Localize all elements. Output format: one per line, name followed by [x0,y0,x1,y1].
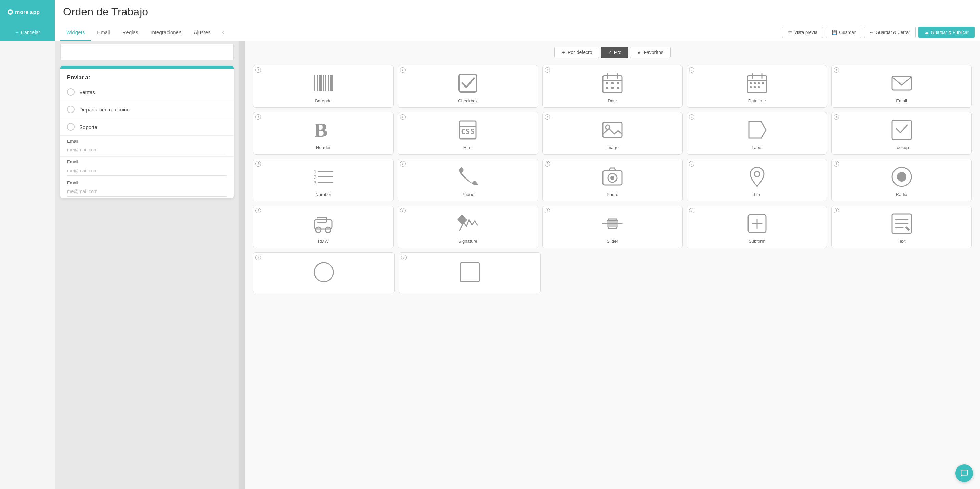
widget-signature[interactable]: i Signature [398,205,538,248]
svg-rect-32 [762,83,764,84]
widget-rdw[interactable]: i RDW [253,205,394,248]
image-label: Image [606,145,619,150]
widget-photo[interactable]: i Photo [542,159,683,201]
slider-label: Slider [606,239,618,244]
email-icon [889,71,914,96]
collapse-nav-button[interactable]: ‹ [220,28,227,37]
image-icon [600,118,625,142]
svg-point-1 [9,11,12,13]
widget-pin[interactable]: i Pin [687,159,827,201]
tab-por-defecto[interactable]: ⊞ Por defecto [554,46,600,58]
radio-icon [889,164,914,189]
info-icon-extra2: i [401,255,407,260]
widget-extra-2[interactable]: i [399,252,540,293]
form-field-group: Enviar a: Ventas Departamento técnico So… [60,69,234,198]
barcode-icon [311,71,336,96]
widget-image[interactable]: i Image [542,112,683,155]
widget-barcode[interactable]: i Barcode [253,65,394,108]
svg-text:3: 3 [313,180,316,185]
widget-text[interactable]: i Text [831,205,972,248]
widget-datetime[interactable]: i Datetime [687,65,827,108]
checkbox-label: Checkbox [458,98,478,103]
pin-label: Pin [754,192,760,197]
info-icon-checkbox: i [400,67,406,73]
svg-rect-13 [331,75,333,91]
widget-number[interactable]: i 1 2 3 Number [253,159,394,201]
svg-rect-43 [892,120,911,140]
widget-subform[interactable]: i Subform [687,205,827,248]
radio-label: Radio [896,192,907,197]
cancel-button[interactable]: ← Cancelar [0,24,55,41]
widget-email[interactable]: i Email [831,65,972,108]
divider [239,41,245,489]
html-label: Html [463,145,473,150]
tab-email[interactable]: Email [91,24,116,41]
pin-icon [745,164,769,189]
widget-html[interactable]: i CSS Html [398,112,538,155]
save-close-icon: ↩ [870,30,873,35]
widget-date[interactable]: i Date [542,65,683,108]
widget-radio[interactable]: i Radio [831,159,972,201]
publish-icon: ☁ [924,30,929,35]
label-icon [745,118,769,142]
checkbox-icon [455,71,480,96]
svg-rect-36 [892,76,911,90]
info-icon-extra1: i [255,255,261,260]
widget-checkbox[interactable]: i Checkbox [398,65,538,108]
email-label: Email [896,98,907,103]
logo-svg: more app [7,6,48,18]
photo-label: Photo [606,192,618,197]
radio-circle-tecnico[interactable] [67,106,75,113]
grid-icon: ⊞ [562,49,566,55]
tab-ajustes[interactable]: Ajustes [188,24,216,41]
svg-rect-29 [749,83,752,84]
date-icon [600,71,625,96]
top-bar: more app Orden de Trabajo [0,0,980,24]
radio-item-soporte: Soporte [60,118,234,136]
radio-circle-soporte[interactable] [67,123,75,131]
widget-extra-1[interactable]: i [253,252,395,293]
svg-rect-20 [611,83,614,84]
preview-button[interactable]: 👁 Vista previa [782,27,823,38]
widget-slider[interactable]: i Slider [542,205,683,248]
svg-rect-33 [749,86,752,88]
svg-rect-19 [606,83,608,84]
widget-phone[interactable]: i Phone [398,159,538,201]
header-icon: B [311,118,336,142]
svg-rect-30 [754,83,756,84]
svg-text:more app: more app [15,9,40,15]
tab-pro[interactable]: ✓ Pro [601,46,629,58]
svg-text:CSS: CSS [461,127,475,136]
slider-icon [600,211,625,236]
chat-button[interactable] [955,464,973,482]
number-label: Number [315,192,331,197]
radio-item-tecnico: Departamento técnico [60,101,234,118]
save-button[interactable]: 💾 Guardar [826,27,861,38]
tab-favoritos[interactable]: ★ Favoritos [630,46,671,58]
widget-lookup[interactable]: i Lookup [831,112,972,155]
radio-circle-ventas[interactable] [67,88,75,96]
svg-rect-24 [617,86,619,89]
save-close-button[interactable]: ↩ Guardar & Cerrar [864,27,916,38]
info-icon-slider: i [545,208,550,213]
page-title: Orden de Trabajo [55,5,980,18]
left-panel-content [0,41,55,489]
widget-header[interactable]: i B Header [253,112,394,155]
info-icon-email: i [834,67,839,73]
svg-rect-6 [319,75,320,91]
svg-rect-23 [611,86,614,89]
extra1-icon [312,260,336,285]
form-section-label: Enviar a: [60,69,234,83]
radio-label-tecnico: Departamento técnico [80,107,130,113]
tab-widgets[interactable]: Widgets [60,24,91,41]
logo: more app [0,0,55,24]
svg-point-58 [325,227,331,233]
tab-reglas[interactable]: Reglas [116,24,145,41]
widget-label[interactable]: i Label [687,112,827,155]
svg-rect-8 [323,75,324,91]
tab-integraciones[interactable]: Integraciones [144,24,188,41]
info-icon-signature: i [400,208,406,213]
info-icon-html: i [400,114,406,120]
save-publish-button[interactable]: ☁ Guardar & Publicar [918,27,975,38]
signature-label: Signature [458,239,477,244]
